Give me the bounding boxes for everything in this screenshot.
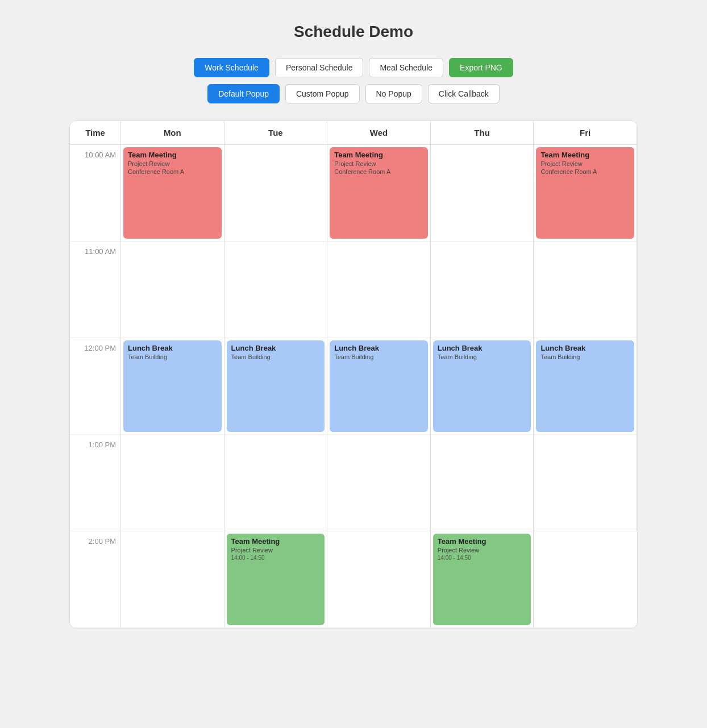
event-subtitle: Team Building (540, 353, 630, 360)
time-label-4: 2:00 PM (70, 531, 121, 628)
cal-cell-row2-thu: Lunch BreakTeam Building (431, 338, 534, 435)
cal-cell-row2-tue: Lunch BreakTeam Building (224, 338, 328, 435)
default-popup-button[interactable]: Default Popup (207, 84, 280, 103)
event-block[interactable]: Team MeetingProject Review14:00 - 14:50 (227, 534, 325, 625)
cal-cell-row3-wed (327, 435, 431, 531)
cal-cell-row1-wed (327, 242, 431, 338)
event-title: Lunch Break (128, 344, 217, 352)
event-title: Team Meeting (540, 151, 630, 159)
meal-schedule-button[interactable]: Meal Schedule (369, 58, 443, 77)
event-block[interactable]: Team MeetingProject ReviewConference Roo… (536, 147, 634, 239)
toolbar-row-2: Default PopupCustom PopupNo PopupClick C… (207, 84, 500, 103)
event-title: Lunch Break (334, 344, 423, 352)
calendar-grid: TimeMonTueWedThuFri10:00 AMTeam MeetingP… (70, 121, 637, 628)
cal-header-mon: Mon (121, 121, 224, 145)
custom-popup-button[interactable]: Custom Popup (285, 84, 360, 103)
toolbar-row-1: Work SchedulePersonal ScheduleMeal Sched… (194, 58, 513, 77)
cal-cell-row1-mon (121, 242, 224, 338)
event-title: Team Meeting (128, 151, 217, 159)
event-block[interactable]: Team MeetingProject Review14:00 - 14:50 (433, 534, 531, 625)
event-detail: Conference Room A (540, 168, 630, 175)
event-detail: 14:00 - 14:50 (231, 555, 321, 561)
event-subtitle: Team Building (334, 353, 423, 360)
cal-cell-row4-wed (327, 531, 431, 628)
cal-cell-row0-wed: Team MeetingProject ReviewConference Roo… (327, 145, 431, 242)
event-block[interactable]: Lunch BreakTeam Building (433, 340, 531, 432)
event-subtitle: Project Review (334, 160, 423, 167)
click-callback-button[interactable]: Click Callback (428, 84, 500, 103)
cal-header-time: Time (70, 121, 121, 145)
event-subtitle: Team Building (231, 353, 321, 360)
calendar-container: TimeMonTueWedThuFri10:00 AMTeam MeetingP… (69, 120, 638, 629)
event-title: Lunch Break (438, 344, 527, 352)
event-title: Team Meeting (438, 537, 527, 546)
cal-cell-row2-mon: Lunch BreakTeam Building (121, 338, 224, 435)
time-label-2: 12:00 PM (70, 338, 121, 435)
cal-cell-row0-mon: Team MeetingProject ReviewConference Roo… (121, 145, 224, 242)
cal-cell-row1-thu (431, 242, 534, 338)
event-block[interactable]: Lunch BreakTeam Building (227, 340, 325, 432)
event-block[interactable]: Lunch BreakTeam Building (536, 340, 634, 432)
event-subtitle: Project Review (128, 160, 217, 167)
event-detail: Conference Room A (128, 168, 217, 175)
no-popup-button[interactable]: No Popup (365, 84, 422, 103)
cal-cell-row4-mon (121, 531, 224, 628)
event-block[interactable]: Lunch BreakTeam Building (330, 340, 428, 432)
toolbar: Work SchedulePersonal ScheduleMeal Sched… (69, 58, 638, 103)
cal-cell-row0-thu (431, 145, 534, 242)
event-subtitle: Team Building (438, 353, 527, 360)
cal-cell-row0-fri: Team MeetingProject ReviewConference Roo… (534, 145, 637, 242)
event-subtitle: Project Review (438, 547, 527, 554)
event-title: Team Meeting (231, 537, 321, 546)
cal-cell-row1-tue (224, 242, 328, 338)
event-title: Lunch Break (540, 344, 630, 352)
event-detail: Conference Room A (334, 168, 423, 175)
event-block[interactable]: Team MeetingProject ReviewConference Roo… (330, 147, 428, 239)
cal-cell-row2-fri: Lunch BreakTeam Building (534, 338, 637, 435)
event-title: Team Meeting (334, 151, 423, 159)
cal-header-fri: Fri (534, 121, 637, 145)
cal-cell-row3-mon (121, 435, 224, 531)
cal-cell-row3-fri (534, 435, 637, 531)
cal-cell-row4-thu: Team MeetingProject Review14:00 - 14:50 (431, 531, 534, 628)
cal-cell-row3-thu (431, 435, 534, 531)
time-label-1: 11:00 AM (70, 242, 121, 338)
work-schedule-button[interactable]: Work Schedule (194, 58, 269, 77)
cal-cell-row2-wed: Lunch BreakTeam Building (327, 338, 431, 435)
event-title: Lunch Break (231, 344, 321, 352)
event-subtitle: Project Review (540, 160, 630, 167)
export-png-button[interactable]: Export PNG (449, 58, 513, 77)
cal-cell-row1-fri (534, 242, 637, 338)
cal-cell-row3-tue (224, 435, 328, 531)
cal-header-thu: Thu (431, 121, 534, 145)
event-detail: 14:00 - 14:50 (438, 555, 527, 561)
cal-header-wed: Wed (327, 121, 431, 145)
event-subtitle: Team Building (128, 353, 217, 360)
page-container: Schedule Demo Work SchedulePersonal Sche… (69, 23, 638, 629)
personal-schedule-button[interactable]: Personal Schedule (275, 58, 364, 77)
cal-cell-row4-tue: Team MeetingProject Review14:00 - 14:50 (224, 531, 328, 628)
cal-cell-row4-fri (534, 531, 637, 628)
cal-header-tue: Tue (224, 121, 328, 145)
cal-cell-row0-tue (224, 145, 328, 242)
event-block[interactable]: Team MeetingProject ReviewConference Roo… (123, 147, 222, 239)
event-block[interactable]: Lunch BreakTeam Building (123, 340, 222, 432)
page-title: Schedule Demo (69, 23, 638, 41)
event-subtitle: Project Review (231, 547, 321, 554)
time-label-0: 10:00 AM (70, 145, 121, 242)
time-label-3: 1:00 PM (70, 435, 121, 531)
